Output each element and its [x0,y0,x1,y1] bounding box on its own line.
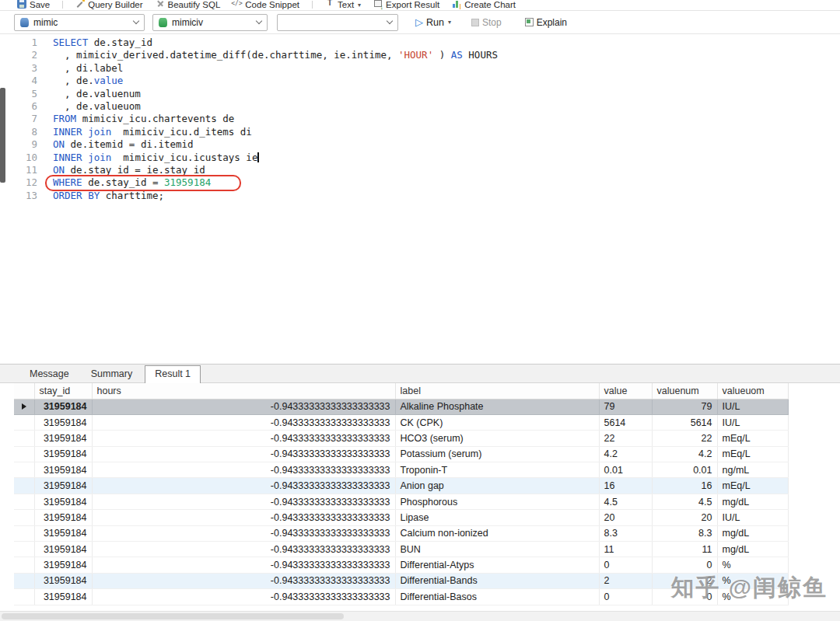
row-marker-cell [14,414,34,430]
cell-label: BUN [395,542,599,557]
cell-valuenum: 2 [652,573,717,588]
code-line[interactable]: 12WHERE de.stay_id = 31959184 [0,176,840,189]
save-button[interactable]: Save [17,0,50,9]
code-line[interactable]: 7FROM mimiciv_icu.chartevents de [0,113,840,125]
table-row[interactable]: 31959184-0.94333333333333333333BUN1111mg… [14,542,788,557]
row-marker-cell [14,589,34,605]
column-header-valueuom[interactable]: valueuom [717,383,788,399]
row-marker-cell [14,542,34,557]
database-select[interactable]: mimiciv [152,14,268,31]
table-row[interactable]: 31959184-0.94333333333333333333CK (CPK)5… [14,414,788,430]
code-line[interactable]: 4 , de.value [0,75,840,87]
cell-value: 22 [599,431,652,446]
cell-stay_id: 31959184 [34,573,92,588]
horizontal-scrollbar-thumb[interactable] [2,613,344,619]
sql-editor[interactable]: 1SELECT de.stay_id2 , mimiciv_derived.da… [0,34,840,364]
table-row[interactable]: 31959184-0.94333333333333333333Different… [14,557,788,573]
column-header-stay_id[interactable]: stay_id [34,383,92,399]
export-result-button[interactable]: Export Result [373,0,439,9]
cell-value: 5614 [599,414,652,430]
beautify-icon [156,0,165,9]
explain-button[interactable]: Explain [520,17,572,28]
row-marker-cell [14,462,34,478]
column-header-value[interactable]: value [599,383,652,399]
beautify-sql-button[interactable]: Beautify SQL [156,0,221,9]
cell-hours: -0.94333333333333333333 [92,399,395,414]
code-text: INNER join mimiciv_icu.icustays ie [37,152,259,164]
explain-label: Explain [537,17,567,28]
cell-hours: -0.94333333333333333333 [92,589,395,605]
stop-icon [471,19,479,26]
query-builder-button[interactable]: Query Builder [75,0,142,9]
text-icon [325,0,334,9]
connection-select[interactable]: mimic [14,14,145,31]
column-header-label[interactable]: label [395,383,599,399]
cell-valuenum: 0.01 [652,462,717,478]
code-line[interactable]: 1SELECT de.stay_id [0,37,840,49]
line-number: 12 [0,176,37,189]
cell-hours: -0.94333333333333333333 [92,478,395,494]
code-line[interactable]: 13ORDER BY charttime; [0,190,840,202]
cell-valueuom: mg/dL [717,525,788,541]
cell-valuenum: 0 [652,557,717,573]
row-marker-cell [14,494,34,509]
stop-button[interactable]: Stop [467,17,506,28]
code-line[interactable]: 8INNER join mimiciv_icu.d_items di [0,126,840,138]
column-header-valuenum[interactable]: valuenum [652,383,717,399]
cell-label: Phosphorous [395,494,599,509]
row-marker-cell [14,525,34,541]
cell-valueuom: mEq/L [717,478,788,494]
create-chart-button[interactable]: Create Chart [452,0,516,9]
code-line[interactable]: 6 , de.valueuom [0,100,840,113]
code-line[interactable]: 9ON de.itemid = di.itemid [0,138,840,151]
code-line[interactable]: 11ON de.stay_id = ie.stay_id [0,164,840,176]
horizontal-scrollbar[interactable] [0,611,840,621]
table-row[interactable]: 31959184-0.94333333333333333333Calcium n… [14,525,788,541]
tab-result-1[interactable]: Result 1 [145,365,201,383]
tab-message[interactable]: Message [20,366,79,382]
cell-stay_id: 31959184 [34,510,92,525]
run-button[interactable]: ▷ Run ▾ [411,17,456,28]
database-select-value: mimiciv [172,17,203,28]
table-row[interactable]: 31959184-0.94333333333333333333Anion gap… [14,478,788,494]
table-row[interactable]: 31959184-0.94333333333333333333Potassium… [14,446,788,462]
run-icon: ▷ [415,17,423,27]
code-text: , di.label [37,62,123,75]
table-row[interactable]: 31959184-0.94333333333333333333Alkaline … [14,399,788,414]
table-row[interactable]: 31959184-0.94333333333333333333Different… [14,589,788,605]
code-line[interactable]: 3 , di.label [0,62,840,75]
text-button[interactable]: Text▾ [325,0,361,9]
column-header-hours[interactable]: hours [92,383,395,399]
cell-stay_id: 31959184 [34,414,92,430]
table-row[interactable]: 31959184-0.94333333333333333333HCO3 (ser… [14,431,788,446]
table-row[interactable]: 31959184-0.94333333333333333333Different… [14,573,788,588]
toolbar-separator [312,1,313,9]
code-line[interactable]: 10INNER join mimiciv_icu.icustays ie [0,152,840,164]
row-marker-header [14,383,34,399]
code-snippet-button[interactable]: Code Snippet [233,0,299,9]
cell-valuenum: 0 [652,589,717,605]
cell-label: HCO3 (serum) [395,431,599,446]
run-label: Run [426,17,444,28]
tab-summary[interactable]: Summary [82,366,142,382]
cell-hours: -0.94333333333333333333 [92,525,395,541]
schema-select[interactable] [277,14,398,31]
code-line[interactable]: 5 , de.valuenum [0,88,840,100]
code-line[interactable]: 2 , mimiciv_derived.datetime_diff(de.cha… [0,49,840,61]
cell-label: Anion gap [395,478,599,494]
line-number: 11 [0,164,37,176]
table-row[interactable]: 31959184-0.94333333333333333333Phosphoro… [14,494,788,509]
table-row[interactable]: 31959184-0.94333333333333333333Troponin-… [14,462,788,478]
cell-stay_id: 31959184 [34,431,92,446]
cell-value: 20 [599,510,652,525]
chevron-down-icon [256,18,262,24]
top-toolbar: SaveQuery BuilderBeautify SQLCode Snippe… [0,0,840,11]
query-builder-icon [75,0,85,9]
cell-valueuom: mg/dL [717,542,788,557]
code-text: , de.value [37,75,123,87]
left-scrollbar-thumb[interactable] [0,88,5,183]
database-green-icon [159,18,167,27]
cell-value: 11 [599,542,652,557]
connection-select-value: mimic [33,17,58,28]
table-row[interactable]: 31959184-0.94333333333333333333Lipase202… [14,510,788,525]
